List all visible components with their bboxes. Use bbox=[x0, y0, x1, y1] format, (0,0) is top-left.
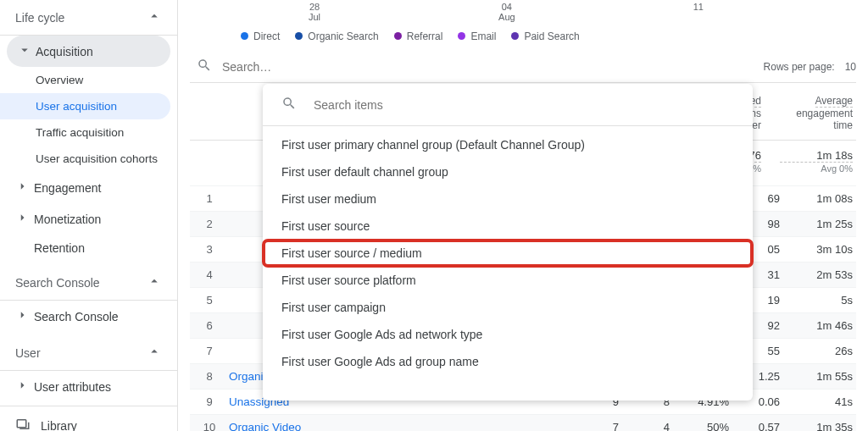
row-cell: 1m 25s bbox=[780, 218, 853, 230]
row-index: 8 bbox=[190, 370, 229, 383]
legend-item[interactable]: Paid Search bbox=[511, 30, 579, 42]
nav-label: Monetization bbox=[34, 213, 101, 226]
nav-user-acq-cohorts[interactable]: User acquisition cohorts bbox=[0, 146, 177, 172]
nav-user-acquisition[interactable]: User acquisition bbox=[0, 93, 170, 119]
nav-engagement[interactable]: Engagement bbox=[0, 172, 177, 203]
dropdown-item[interactable]: First user source platform bbox=[263, 267, 753, 294]
chevron-right-icon bbox=[15, 378, 27, 395]
row-index: 6 bbox=[190, 319, 229, 332]
chart-legend: DirectOrganic SearchReferralEmailPaid Se… bbox=[190, 22, 856, 51]
section-label: User bbox=[15, 346, 41, 360]
library-label: Library bbox=[41, 419, 77, 432]
axis-tick: 04Aug bbox=[498, 2, 515, 22]
nav-label: Engagement bbox=[34, 181, 101, 195]
nav-search-console[interactable]: Search Console bbox=[0, 301, 177, 332]
row-cell: 7 bbox=[568, 421, 619, 431]
row-index: 1 bbox=[190, 192, 229, 205]
axis-tick: 28Jul bbox=[309, 2, 320, 22]
section-search-console[interactable]: Search Console bbox=[0, 265, 177, 301]
svg-rect-0 bbox=[17, 420, 26, 428]
dropdown-item[interactable]: First user primary channel group (Defaul… bbox=[263, 131, 753, 158]
row-index: 9 bbox=[190, 395, 229, 408]
nav-overview[interactable]: Overview bbox=[0, 67, 177, 93]
row-cell: 50% bbox=[670, 421, 729, 431]
row-cell: 0.57 bbox=[729, 421, 780, 431]
rows-per-page-value[interactable]: 10 bbox=[845, 61, 856, 73]
library-icon bbox=[15, 417, 31, 431]
chevron-right-icon bbox=[15, 210, 27, 228]
section-label: Search Console bbox=[15, 276, 100, 290]
legend-item[interactable]: Organic Search bbox=[295, 30, 378, 42]
nav-label: Search Console bbox=[34, 310, 119, 323]
row-index: 5 bbox=[190, 294, 229, 307]
row-cell: 41s bbox=[780, 395, 853, 408]
table-row[interactable]: 10Organic Video7450%0.571m 35s bbox=[190, 415, 856, 431]
dropdown-item[interactable]: First user source / medium bbox=[263, 240, 753, 267]
dropdown-search-input[interactable] bbox=[314, 98, 734, 112]
nav-label: Acquisition bbox=[36, 45, 93, 58]
nav-traffic-acquisition[interactable]: Traffic acquisition bbox=[0, 119, 177, 146]
search-icon bbox=[281, 96, 297, 113]
axis-tick: 11 bbox=[693, 2, 704, 22]
section-user[interactable]: User bbox=[0, 335, 177, 371]
legend-item[interactable]: Referral bbox=[394, 30, 443, 42]
dropdown-item[interactable]: First user medium bbox=[263, 185, 753, 213]
dropdown-item[interactable]: First user default channel group bbox=[263, 158, 753, 185]
chart-x-axis: 28Jul04Aug1118 bbox=[190, 0, 856, 22]
row-cell: 2m 53s bbox=[780, 268, 853, 281]
legend-item[interactable]: Email bbox=[458, 30, 496, 42]
dimension-dropdown: First user primary channel group (Defaul… bbox=[263, 84, 753, 401]
row-index: 3 bbox=[190, 243, 229, 256]
chevron-up-icon bbox=[147, 344, 162, 362]
nav-retention[interactable]: • Retention bbox=[0, 235, 177, 262]
legend-item[interactable]: Direct bbox=[241, 30, 280, 42]
chevron-right-icon bbox=[15, 307, 27, 325]
row-index: 4 bbox=[190, 268, 229, 281]
row-cell: 1m 46s bbox=[780, 319, 853, 332]
chevron-down-icon bbox=[17, 42, 29, 60]
section-lifecycle[interactable]: Life cycle bbox=[0, 0, 177, 36]
row-index: 7 bbox=[190, 345, 229, 357]
row-cell: 4 bbox=[619, 421, 670, 431]
chevron-up-icon bbox=[147, 274, 162, 291]
row-cell: 3m 10s bbox=[780, 243, 853, 256]
row-dimension[interactable]: Organic Video bbox=[229, 421, 568, 431]
nav-label: Retention bbox=[34, 241, 85, 255]
nav-label: User attributes bbox=[34, 380, 111, 394]
row-cell: 1m 35s bbox=[780, 421, 853, 431]
dropdown-item[interactable]: First user source bbox=[263, 213, 753, 240]
row-cell: 26s bbox=[780, 345, 853, 357]
chevron-up-icon bbox=[147, 8, 162, 26]
row-cell: 1m 55s bbox=[780, 370, 853, 383]
search-input[interactable] bbox=[222, 60, 370, 74]
nav-acquisition[interactable]: Acquisition bbox=[7, 36, 170, 67]
row-index: 2 bbox=[190, 218, 229, 230]
row-cell: 5s bbox=[780, 294, 853, 307]
dropdown-item[interactable]: First user Google Ads ad network type bbox=[263, 321, 753, 348]
dropdown-item[interactable]: First user campaign bbox=[263, 294, 753, 321]
row-cell: 1m 08s bbox=[780, 192, 853, 205]
row-index: 10 bbox=[190, 421, 229, 431]
nav-library[interactable]: Library bbox=[0, 406, 177, 431]
rows-per-page-label: Rows per page: bbox=[764, 61, 835, 73]
dropdown-item[interactable]: First user Google Ads ad group name bbox=[263, 348, 753, 375]
section-label: Life cycle bbox=[15, 11, 64, 25]
nav-user-attributes[interactable]: User attributes bbox=[0, 371, 177, 402]
chevron-right-icon bbox=[15, 179, 27, 196]
nav-monetization[interactable]: Monetization bbox=[0, 203, 177, 235]
search-icon bbox=[197, 58, 212, 75]
